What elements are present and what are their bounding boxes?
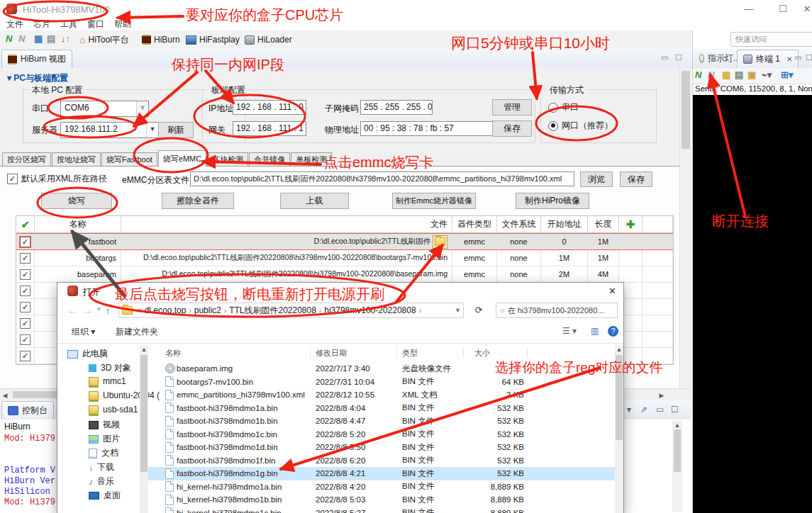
maximize-pane-icon[interactable]: ☐: [806, 54, 812, 62]
column-date[interactable]: 修改日期: [316, 348, 347, 359]
address-bar[interactable]: «dl.ecoo.top›public2›TTL线刷固件20220808›hi3…: [118, 303, 464, 318]
minimize-pane-icon[interactable]: ▭: [656, 405, 664, 415]
back-icon[interactable]: ←: [67, 305, 77, 316]
toolbar-button-hitool[interactable]: ⌂ HiTool平台: [79, 33, 129, 47]
search-input[interactable]: ○ 在 hi3798mv100-2022080...: [496, 303, 618, 318]
sidebar-item-文档[interactable]: 文档: [89, 447, 118, 459]
console-scrollbar[interactable]: ▲: [672, 421, 682, 512]
sidebar-item-视频[interactable]: 视频: [89, 419, 120, 431]
tab-hiburn-view[interactable]: HiBurn 视图: [1, 50, 72, 68]
file-row-fastboot-hi3798mdmo1b.bin[interactable]: fastboot-hi3798mdmo1b.bin2022/8/8 4:47BI…: [148, 415, 615, 428]
row-checkbox[interactable]: ✓: [20, 286, 30, 296]
row-checkbox[interactable]: ✓: [20, 302, 30, 312]
tab-单板检测[interactable]: 单板检测: [291, 152, 332, 167]
manage-button[interactable]: 管理: [492, 99, 532, 115]
toolbar-button-hiloader[interactable]: HiLoader: [245, 33, 292, 47]
file-row-fastboot-hi3798mdmo1c.bin[interactable]: fastboot-hi3798mdmo1c.bin2022/8/8 5:20BI…: [148, 428, 615, 441]
table-row-baseparam[interactable]: ✓baseparamD:\dl.ecoo.top\public2\TTL线刷固件…: [16, 266, 673, 283]
save-xml-button[interactable]: 保存: [620, 171, 652, 187]
file-list-scrollbar[interactable]: ▲: [615, 345, 623, 513]
tab-烧写eMMC[interactable]: 烧写eMMC: [158, 150, 206, 167]
netmask-input[interactable]: 255 . 255 . 255 . 0: [360, 100, 433, 115]
browse-file-button[interactable]: [433, 235, 447, 249]
tab-console[interactable]: 控制台: [1, 401, 54, 419]
radio-network[interactable]: 网口（推荐）: [548, 120, 613, 132]
scroll-up-icon[interactable]: ▲: [140, 346, 148, 353]
browse-button[interactable]: 浏览: [580, 171, 613, 187]
breadcrumb-item[interactable]: public2: [193, 305, 223, 315]
column-name[interactable]: 名称: [165, 348, 181, 359]
maximize-pane-icon[interactable]: ☐: [671, 405, 679, 415]
section-pc-board-config[interactable]: ▾ PC与板端配置: [7, 72, 68, 84]
terminal-disconnect-icon[interactable]: N: [708, 69, 714, 80]
file-row-fastboot-hi3798mdmo1a.bin[interactable]: fastboot-hi3798mdmo1a.bin2022/8/8 4:04BI…: [148, 402, 615, 415]
mac-input[interactable]: 00 : 95 : 38 : 78 : fb : 57: [360, 121, 494, 136]
toolbar-button-hifastplay[interactable]: HiFastplay: [186, 33, 240, 47]
scroll-right-icon[interactable]: ▶: [657, 392, 667, 399]
network-config-icon[interactable]: ▤: [47, 33, 55, 44]
row-checkbox[interactable]: ✓: [20, 351, 30, 361]
maximize-pane-icon[interactable]: ☐: [675, 54, 682, 62]
upload-button[interactable]: 上载: [280, 193, 349, 209]
minimize-pane-icon[interactable]: ▭: [794, 54, 801, 62]
sidebar-item-mmc1[interactable]: mmc1: [89, 376, 126, 386]
sidebar-scrollbar[interactable]: ▲: [140, 345, 148, 513]
menu-item-文件[interactable]: 文件: [6, 18, 23, 30]
make-emmc-image-button[interactable]: 制作Emmc烧片器镜像: [392, 193, 476, 209]
refresh-button[interactable]: 刷新: [158, 122, 194, 138]
save-board-button[interactable]: 保存: [492, 120, 532, 137]
board-ip-input[interactable]: 192 . 168 . 111 . 0: [233, 100, 306, 115]
organize-menu[interactable]: 组织 ▾: [72, 326, 95, 338]
maximize-icon[interactable]: ☐: [773, 3, 793, 16]
sidebar-item-下载[interactable]: ↓下载: [89, 461, 114, 473]
select-all-check-icon[interactable]: ✔: [21, 219, 30, 230]
emmc-xml-path-input[interactable]: D:\dl.ecoo.top\public2\TTL线刷固件20220808\h…: [190, 171, 574, 186]
transfer-arrows-icon[interactable]: ↓↑: [61, 33, 70, 44]
new-terminal-dropdown-icon[interactable]: ⊞▾: [781, 69, 793, 80]
tab-terminal-1[interactable]: 终端 1 ✕: [737, 50, 799, 68]
tab-坏块检测[interactable]: 坏块检测: [207, 152, 248, 167]
file-row-emmc_partitions_hi3798mv100.xml[interactable]: emmc_partitions_hi3798mv100.xml2022/8/12…: [148, 388, 615, 402]
column-type[interactable]: 类型: [402, 348, 418, 359]
breadcrumb-item[interactable]: hi3798mv100-20220808: [323, 305, 417, 315]
burn-tool-icon[interactable]: ▦: [34, 33, 43, 44]
connect-icon[interactable]: N: [6, 33, 12, 44]
server-ip-select[interactable]: 192.168.111.2 ▼: [60, 122, 159, 138]
tab-按地址烧写[interactable]: 按地址烧写: [52, 152, 101, 167]
sidebar-item-图片[interactable]: 图片: [89, 433, 120, 445]
console-menu-icon[interactable]: ▾: [627, 405, 631, 415]
scroll-up-icon[interactable]: ▲: [615, 346, 623, 353]
sidebar-item-音乐[interactable]: ♪音乐: [89, 475, 114, 487]
breadcrumb-item[interactable]: dl.ecoo.top: [143, 305, 188, 315]
view-layout-dropdown-icon[interactable]: ☰ ▾: [562, 326, 577, 336]
file-row-bootargs7-mv100.bin[interactable]: bootargs7-mv100.bin2022/7/31 10:04BIN 文件…: [148, 376, 615, 389]
menu-item-窗口[interactable]: 窗口: [87, 18, 104, 30]
terminal-connect-icon[interactable]: N: [695, 69, 701, 80]
breadcrumb-item[interactable]: TTL线刷固件20220808: [228, 305, 318, 317]
menu-item-帮助[interactable]: 帮助: [114, 18, 131, 30]
forward-icon[interactable]: →: [83, 305, 92, 316]
sidebar-item-此电脑[interactable]: 此电脑: [67, 348, 108, 360]
serial-settings-dropdown-icon[interactable]: ⌁▾: [762, 69, 772, 80]
scroll-left-icon[interactable]: ◀: [0, 392, 10, 399]
preview-pane-icon[interactable]: ▥: [591, 326, 599, 336]
disconnect-icon[interactable]: N: [18, 33, 25, 44]
tab-烧写Fastboot[interactable]: 烧写Fastboot: [101, 152, 157, 167]
column-size[interactable]: 大小: [474, 348, 490, 359]
erase-all-button[interactable]: 擦除全器件: [162, 193, 234, 209]
add-partition-icon[interactable]: ✚: [626, 218, 635, 231]
minimize-pane-icon[interactable]: ▭: [661, 54, 668, 62]
sidebar-item-3D 对象[interactable]: 3D 对象: [89, 362, 131, 374]
new-folder-button[interactable]: 新建文件夹: [116, 326, 158, 338]
row-checkbox[interactable]: ✓: [20, 334, 30, 345]
serial-port-select[interactable]: COM6 ▼: [60, 101, 149, 117]
file-row-hi_kernel-hi3798mdmo1b.bin[interactable]: hi_kernel-hi3798mdmo1b.bin2022/8/8 5:03B…: [148, 493, 615, 507]
terminal-screen[interactable]: [693, 95, 812, 513]
view-vertical-scrollbar[interactable]: [679, 68, 691, 388]
terminal-properties-icon[interactable]: ▦: [722, 69, 730, 80]
file-row-fastboot-hi3798mdmo1f.bin[interactable]: fastboot-hi3798mdmo1f.bin2022/8/8 6:20BI…: [148, 454, 615, 468]
close-icon[interactable]: ✕: [797, 3, 812, 16]
chevron-down-icon[interactable]: ▼: [455, 307, 461, 314]
menu-item-工具[interactable]: 工具: [60, 18, 77, 30]
table-row-fastboot[interactable]: ✓fastbootD:\dl.ecoo.top\public2\TTL线刷固件e…: [16, 233, 673, 250]
